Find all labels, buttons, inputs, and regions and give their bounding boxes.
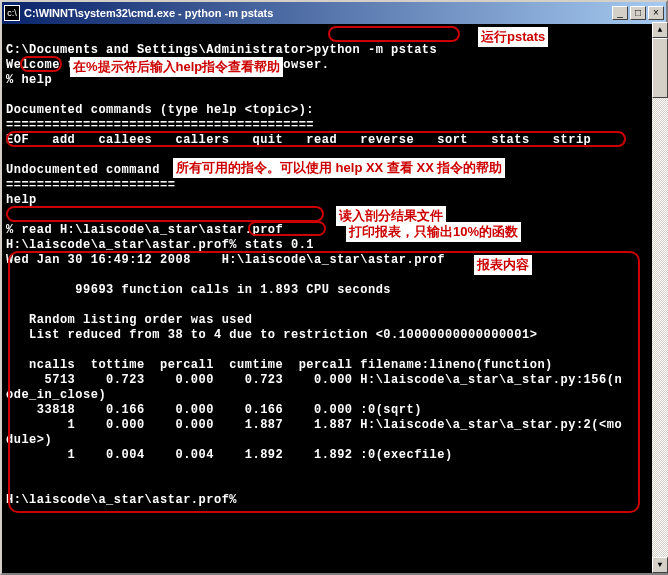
- annot-print: 打印报表，只输出10%的函数: [346, 222, 521, 242]
- window-title: C:\WINNT\system32\cmd.exe - python -m ps…: [24, 7, 610, 19]
- minimize-button[interactable]: _: [612, 6, 628, 20]
- line: dule>): [6, 433, 52, 447]
- scroll-down-button[interactable]: ▼: [652, 557, 668, 573]
- line: % help: [6, 73, 52, 87]
- annot-help: 在%提示符后输入help指令查看帮助: [70, 57, 283, 77]
- line: Wed Jan 30 16:49:12 2008 H:\laiscode\a_s…: [6, 253, 445, 267]
- line: ========================================: [6, 118, 314, 132]
- cmd-window: c:\ C:\WINNT\system32\cmd.exe - python -…: [0, 0, 668, 575]
- cmd-icon: c:\: [4, 5, 20, 21]
- line: List reduced from 38 to 4 due to restric…: [6, 328, 537, 342]
- line: Random listing order was used: [6, 313, 252, 327]
- scrollbar[interactable]: ▲ ▼: [652, 22, 668, 573]
- maximize-button[interactable]: □: [630, 6, 646, 20]
- line: help: [6, 193, 37, 207]
- annot-all-cmds: 所有可用的指令。可以使用 help XX 查看 XX 指令的帮助: [173, 158, 505, 178]
- line: ======================: [6, 178, 175, 192]
- line: C:\Documents and Settings\Administrator>…: [6, 43, 437, 57]
- close-button[interactable]: ×: [648, 6, 664, 20]
- scroll-up-button[interactable]: ▲: [652, 22, 668, 38]
- line: ncalls tottime percall cumtime percall f…: [6, 358, 553, 372]
- line: 1 0.004 0.004 1.892 1.892 :0(execfile): [6, 448, 453, 462]
- titlebar[interactable]: c:\ C:\WINNT\system32\cmd.exe - python -…: [2, 2, 666, 24]
- line: 5713 0.723 0.000 0.723 0.000 H:\laiscode…: [6, 373, 622, 387]
- annot-report: 报表内容: [474, 255, 532, 275]
- line: Documented commands (type help <topic>):: [6, 103, 314, 117]
- line: % read H:\laiscode\a_star\astar.prof: [6, 223, 283, 237]
- line: 33818 0.166 0.000 0.166 0.000 :0(sqrt): [6, 403, 422, 417]
- scroll-track[interactable]: [652, 38, 668, 557]
- scroll-thumb[interactable]: [652, 38, 668, 98]
- line: 99693 function calls in 1.893 CPU second…: [6, 283, 391, 297]
- line: H:\laiscode\a_star\astar.prof%: [6, 493, 237, 507]
- line: Undocumented command: [6, 163, 160, 177]
- annot-run-pstats: 运行pstats: [478, 27, 548, 47]
- line: H:\laiscode\a_star\astar.prof% stats 0.1: [6, 238, 314, 252]
- terminal-area[interactable]: C:\Documents and Settings\Administrator>…: [2, 24, 666, 573]
- line: ode_in_close): [6, 388, 106, 402]
- line: 1 0.000 0.000 1.887 1.887 H:\laiscode\a_…: [6, 418, 622, 432]
- line: EOF add callees callers quit read revers…: [6, 133, 591, 147]
